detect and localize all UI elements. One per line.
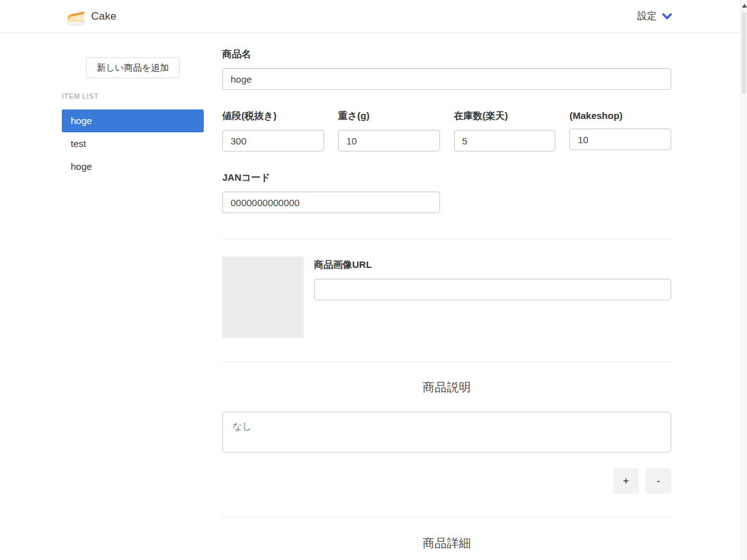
- description-heading: 商品説明: [222, 379, 671, 396]
- stock-makeshop-field-group: (Makeshop): [569, 110, 671, 151]
- image-url-label: 商品画像URL: [314, 259, 671, 271]
- product-name-field-group: 商品名: [222, 48, 671, 90]
- app-title: Cake: [91, 10, 117, 23]
- price-label: 値段(税抜き): [222, 110, 324, 122]
- item-list-entry-hoge-1[interactable]: hoge: [62, 109, 204, 132]
- divider-1: [222, 239, 671, 239]
- image-section: 商品画像URL: [222, 256, 671, 338]
- divider-2: [222, 361, 671, 362]
- description-stepper: + -: [222, 468, 671, 494]
- price-input[interactable]: [222, 130, 324, 151]
- description-textarea[interactable]: なし: [222, 412, 671, 452]
- product-name-input[interactable]: [222, 68, 671, 90]
- jan-code-field-group: JANコード: [222, 172, 440, 213]
- product-name-label: 商品名: [222, 48, 671, 60]
- numeric-fields-row: 値段(税抜き) 重さ(g) 在庫数(楽天) (Makeshop): [222, 110, 671, 151]
- brand: Cake: [66, 7, 117, 26]
- item-list-entry-test[interactable]: test: [62, 132, 204, 155]
- stock-rakuten-field-group: 在庫数(楽天): [454, 110, 556, 151]
- item-list-entry-hoge-2[interactable]: hoge: [62, 155, 204, 178]
- sidebar-main-gap: [204, 33, 222, 560]
- stock-rakuten-input[interactable]: [454, 130, 556, 151]
- weight-label: 重さ(g): [338, 110, 440, 122]
- scrollbar-thumb[interactable]: [742, 11, 746, 94]
- weight-input[interactable]: [338, 130, 440, 151]
- product-form: 商品名 値段(税抜き) 重さ(g) 在庫数(楽天) (Makeshop) JAN…: [222, 33, 671, 560]
- image-url-field-group: 商品画像URL: [314, 256, 671, 338]
- settings-dropdown[interactable]: 設定: [637, 10, 672, 22]
- sidebar: 新しい商品を追加 ITEM LIST hoge test hoge: [62, 33, 204, 560]
- remove-description-button[interactable]: -: [646, 468, 671, 494]
- item-list: hoge test hoge: [62, 109, 204, 178]
- app-header: Cake 設定: [0, 0, 747, 33]
- detail-heading: 商品詳細: [222, 535, 671, 552]
- settings-label: 設定: [637, 10, 657, 22]
- stock-makeshop-input[interactable]: [569, 129, 671, 150]
- scrollbar-up-icon[interactable]: [742, 4, 747, 8]
- stock-makeshop-label: (Makeshop): [569, 110, 671, 121]
- jan-code-input[interactable]: [222, 192, 440, 213]
- divider-3: [222, 517, 671, 517]
- item-list-title: ITEM LIST: [62, 92, 204, 100]
- cake-logo-icon: [66, 7, 86, 26]
- page-body: 新しい商品を追加 ITEM LIST hoge test hoge 商品名 値段…: [62, 33, 671, 560]
- add-description-button[interactable]: +: [613, 468, 639, 494]
- jan-code-label: JANコード: [222, 172, 440, 184]
- add-item-button[interactable]: 新しい商品を追加: [86, 57, 180, 78]
- price-field-group: 値段(税抜き): [222, 110, 324, 151]
- product-image-placeholder: [222, 256, 304, 338]
- image-url-input[interactable]: [314, 279, 671, 300]
- chevron-down-icon: [662, 12, 672, 20]
- weight-field-group: 重さ(g): [338, 110, 440, 151]
- stock-rakuten-label: 在庫数(楽天): [454, 110, 556, 122]
- vertical-scrollbar[interactable]: [741, 0, 747, 560]
